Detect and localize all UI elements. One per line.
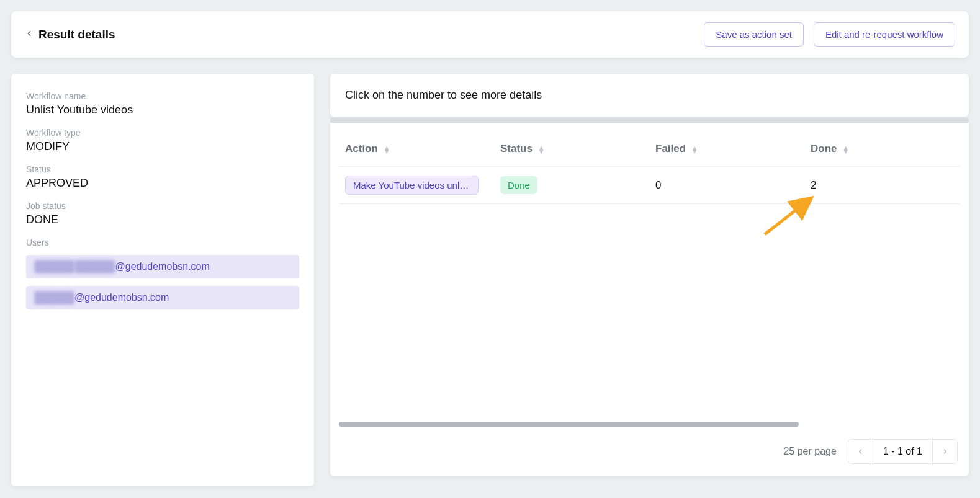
workflow-type-value: MODIFY [26, 138, 299, 162]
status-value: APPROVED [26, 174, 299, 198]
user-domain: @gedudemobsn.com [74, 292, 169, 303]
sort-icon: ▲▼ [691, 146, 698, 153]
failed-count[interactable]: 0 [655, 179, 661, 191]
col-header-failed[interactable]: Failed ▲▼ [649, 129, 804, 167]
divider [330, 118, 969, 123]
col-header-label: Action [345, 143, 378, 154]
edit-rerequest-workflow-button[interactable]: Edit and re-request workflow [814, 22, 955, 47]
col-header-status[interactable]: Status ▲▼ [494, 129, 649, 167]
save-as-action-set-button[interactable]: Save as action set [704, 22, 804, 47]
status-chip: Done [500, 176, 537, 194]
col-header-label: Done [811, 143, 837, 154]
back-chevron-icon[interactable] [25, 29, 34, 40]
details-panel: Workflow name Unlist Youtube videos Work… [11, 74, 314, 486]
results-table: Action ▲▼ Status ▲▼ Failed ▲▼ [339, 129, 960, 204]
user-obscured: ██████ [35, 292, 73, 303]
page-title: Result details [38, 28, 115, 42]
col-header-done[interactable]: Done ▲▼ [804, 129, 960, 167]
svg-line-1 [765, 200, 809, 234]
action-chip[interactable]: Make YouTube videos unli… [345, 176, 479, 195]
sort-icon: ▲▼ [538, 146, 545, 153]
page-header: Result details Save as action set Edit a… [11, 11, 969, 58]
next-page-button[interactable] [932, 440, 957, 463]
prev-page-button[interactable] [848, 440, 873, 463]
workflow-name-value: Unlist Youtube videos [26, 101, 299, 125]
job-status-label: Job status [26, 198, 299, 211]
job-status-value: DONE [26, 211, 299, 235]
status-label: Status [26, 162, 299, 174]
page-range: 1 - 1 of 1 [873, 440, 932, 463]
horizontal-scrollbar[interactable] [339, 422, 799, 427]
user-obscured: ██████ ██████ [35, 261, 114, 272]
per-page-label[interactable]: 25 per page [783, 446, 836, 457]
results-table-card: Action ▲▼ Status ▲▼ Failed ▲▼ [330, 123, 969, 476]
pagination: 25 per page 1 - 1 of 1 [339, 427, 960, 464]
user-chip: ██████ ██████ @gedudemobsn.com [26, 255, 299, 278]
user-domain: @gedudemobsn.com [115, 261, 209, 272]
sort-icon: ▲▼ [842, 146, 849, 153]
col-header-label: Failed [655, 143, 686, 154]
workflow-name-label: Workflow name [26, 89, 299, 101]
workflow-type-label: Workflow type [26, 125, 299, 138]
table-row: Make YouTube videos unli… Done 0 2 [339, 167, 960, 204]
done-count[interactable]: 2 [811, 179, 816, 191]
col-header-label: Status [500, 143, 533, 154]
users-label: Users [26, 235, 299, 247]
results-hint: Click on the number to see more details [330, 74, 969, 117]
col-header-action[interactable]: Action ▲▼ [339, 129, 494, 167]
user-chip: ██████ @gedudemobsn.com [26, 286, 299, 309]
sort-icon: ▲▼ [384, 146, 390, 153]
